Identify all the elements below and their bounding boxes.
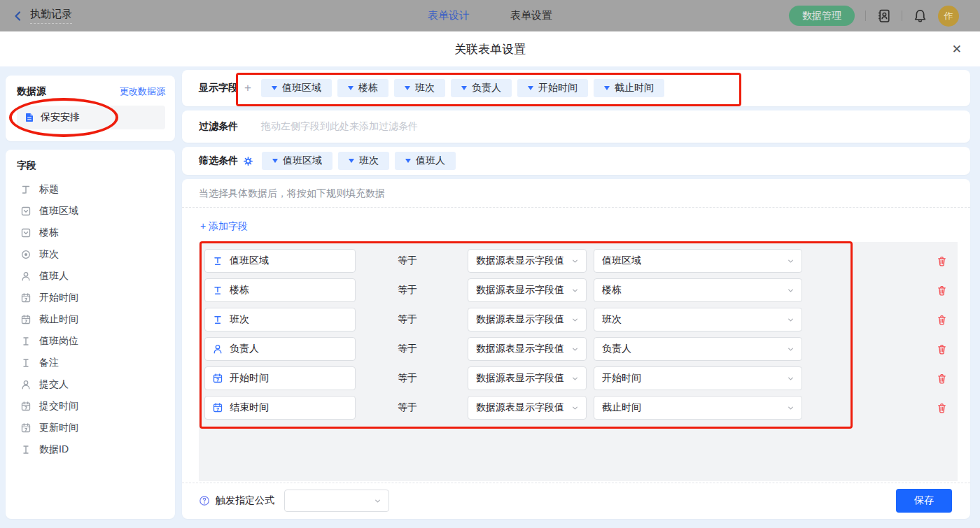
rule-source-select[interactable]: 数据源表显示字段值: [468, 337, 587, 361]
gear-icon[interactable]: [243, 156, 253, 166]
tab-form-design[interactable]: 表单设计: [428, 9, 470, 22]
rule-field-box[interactable]: 负责人: [204, 337, 356, 361]
change-datasource-link[interactable]: 更改数据源: [120, 85, 165, 98]
field-item-label: 开始时间: [39, 292, 78, 304]
field-item[interactable]: 值班区域: [17, 200, 167, 222]
chevron-down-icon: [373, 497, 382, 506]
triangle-down-icon: [604, 86, 610, 90]
field-item[interactable]: 数据ID: [17, 438, 167, 460]
equals-label: 等于: [398, 313, 419, 326]
back-button[interactable]: [13, 10, 24, 22]
calendar-icon: [20, 314, 31, 325]
rule-source-select[interactable]: 数据源表显示字段值: [468, 366, 587, 390]
close-icon[interactable]: ✕: [952, 42, 962, 57]
help-icon[interactable]: [199, 495, 210, 506]
field-item[interactable]: 提交时间: [17, 395, 167, 417]
fill-rules-panel: 当选择具体数据后，将按如下规则填充数据 + 添加字段 值班区域 等于 数据源表显…: [182, 179, 970, 519]
rule-field-box[interactable]: 班次: [204, 308, 356, 331]
display-field-chip[interactable]: 负责人: [451, 79, 512, 97]
field-item[interactable]: 截止时间: [17, 308, 167, 330]
calendar-icon: [212, 402, 223, 413]
rule-source-select[interactable]: 数据源表显示字段值: [468, 308, 587, 331]
rule-value-select[interactable]: 负责人: [594, 337, 802, 361]
field-item[interactable]: 更新时间: [17, 417, 167, 438]
rule-field-label: 值班区域: [230, 255, 269, 267]
chevron-down-icon: [570, 257, 580, 266]
trash-icon[interactable]: [936, 373, 948, 385]
rule-value-select[interactable]: 截止时间: [594, 396, 802, 420]
select-icon: [20, 206, 31, 217]
rule-source-select[interactable]: 数据源表显示字段值: [468, 249, 587, 273]
chevron-down-icon: [786, 286, 795, 295]
rule-source-select[interactable]: 数据源表显示字段值: [468, 396, 587, 420]
equals-label: 等于: [398, 401, 419, 414]
trash-icon[interactable]: [936, 343, 948, 355]
calendar-icon: [212, 373, 223, 384]
fill-rule-row: 结束时间 等于 数据源表显示字段值 截止时间: [204, 396, 958, 420]
fill-rule-row: 楼栋 等于 数据源表显示字段值 楼栋: [204, 278, 958, 302]
field-item[interactable]: 备注: [17, 352, 167, 373]
field-item[interactable]: 班次: [17, 243, 167, 265]
field-item-label: 数据ID: [39, 443, 69, 456]
add-display-field-button[interactable]: +: [244, 81, 251, 95]
modal-title: 关联表单设置: [454, 41, 526, 57]
chevron-down-icon: [786, 374, 795, 383]
add-field-link[interactable]: + 添加字段: [200, 220, 248, 233]
document-icon: [24, 112, 35, 123]
chevron-down-icon: [786, 257, 795, 266]
rule-value-select[interactable]: 值班区域: [594, 249, 802, 273]
field-item[interactable]: 标题: [17, 178, 167, 200]
display-field-chip[interactable]: 楼栋: [337, 79, 388, 97]
field-item[interactable]: 值班岗位: [17, 330, 167, 352]
divider: [865, 10, 866, 21]
text-icon: [20, 357, 31, 369]
display-field-chip[interactable]: 开始时间: [517, 79, 588, 97]
field-item[interactable]: 楼栋: [17, 222, 167, 243]
rule-field-box[interactable]: 值班区域: [204, 249, 356, 273]
field-item-label: 值班岗位: [39, 335, 78, 348]
trash-icon[interactable]: [936, 402, 948, 414]
rule-field-box[interactable]: 楼栋: [204, 278, 356, 302]
datasource-panel: 数据源 更改数据源 保安安排: [6, 76, 175, 141]
equals-label: 等于: [398, 255, 419, 267]
screen-condition-chip[interactable]: 班次: [338, 152, 389, 170]
datasource-item[interactable]: 保安安排: [17, 106, 165, 129]
field-item[interactable]: 开始时间: [17, 287, 167, 308]
avatar[interactable]: 作: [938, 6, 959, 27]
tab-form-settings[interactable]: 表单设置: [510, 9, 552, 22]
data-manage-button[interactable]: 数据管理: [789, 6, 855, 26]
triangle-down-icon: [272, 86, 277, 90]
chevron-down-icon: [570, 286, 580, 295]
rule-field-box[interactable]: 结束时间: [204, 396, 356, 420]
triangle-down-icon: [528, 86, 533, 90]
save-button[interactable]: 保存: [896, 489, 952, 513]
display-field-chip[interactable]: 值班区域: [261, 79, 332, 97]
rule-source-value: 数据源表显示字段值: [476, 284, 564, 297]
chevron-down-icon: [786, 315, 795, 324]
trash-icon[interactable]: [936, 285, 948, 297]
screen-condition-chip[interactable]: 值班人: [395, 152, 456, 170]
display-field-chip[interactable]: 截止时间: [594, 79, 664, 97]
rule-value-label: 班次: [602, 313, 622, 326]
rule-value-select[interactable]: 楼栋: [594, 278, 802, 302]
form-title[interactable]: 执勤记录: [30, 8, 72, 24]
screen-condition-chip[interactable]: 值班区域: [262, 152, 332, 170]
formula-select[interactable]: [284, 490, 389, 512]
rule-field-label: 负责人: [230, 343, 259, 355]
field-item-label: 标题: [39, 183, 59, 196]
rule-field-box[interactable]: 开始时间: [204, 366, 356, 390]
rule-field-label: 楼栋: [230, 284, 249, 297]
rule-value-select[interactable]: 开始时间: [594, 366, 802, 390]
trash-icon[interactable]: [936, 314, 948, 326]
field-item[interactable]: 值班人: [17, 265, 167, 287]
display-field-chip[interactable]: 班次: [394, 79, 445, 97]
contacts-icon[interactable]: [876, 8, 891, 23]
rule-value-label: 值班区域: [602, 255, 641, 267]
trash-icon[interactable]: [936, 255, 948, 267]
display-fields-panel: 显示字段 + 值班区域 楼栋 班次 负责人 开始时间 截止时间: [182, 70, 970, 106]
rule-value-select[interactable]: 班次: [594, 308, 802, 331]
field-item-label: 提交人: [39, 378, 69, 391]
rule-source-select[interactable]: 数据源表显示字段值: [468, 278, 587, 302]
bell-icon[interactable]: [913, 8, 927, 23]
field-item[interactable]: 提交人: [17, 373, 167, 395]
